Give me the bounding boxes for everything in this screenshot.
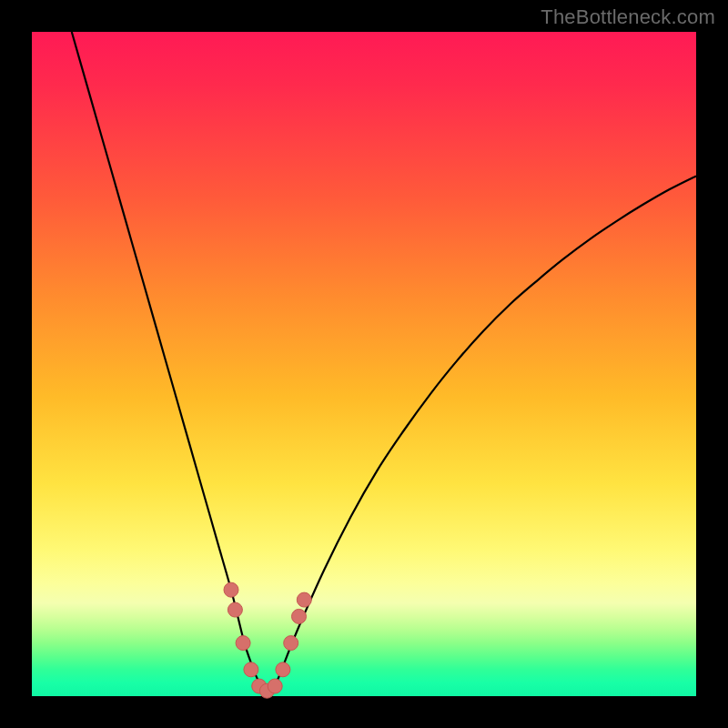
- watermark-text: TheBottleneck.com: [541, 5, 715, 29]
- curve-marker: [297, 592, 311, 607]
- chart-frame: TheBottleneck.com: [0, 0, 728, 728]
- bottleneck-curve: [72, 32, 696, 691]
- curve-marker: [284, 636, 298, 651]
- curve-marker: [244, 662, 258, 677]
- curve-marker: [276, 662, 290, 677]
- curve-marker: [268, 679, 282, 693]
- curve-marker: [236, 636, 250, 651]
- chart-svg: [32, 32, 696, 696]
- curve-marker: [292, 609, 307, 623]
- curve-marker: [224, 582, 238, 597]
- curve-marker: [228, 602, 242, 617]
- curve-markers: [224, 582, 311, 698]
